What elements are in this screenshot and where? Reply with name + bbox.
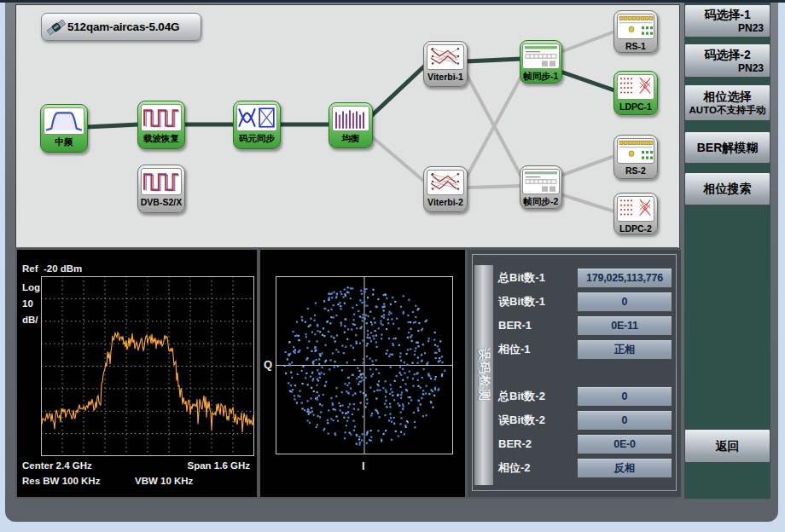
ber-2-label: BER-2 bbox=[498, 437, 577, 450]
link-viterbi2-frame2 bbox=[468, 186, 521, 188]
code-select-1-value: PN23 bbox=[685, 22, 770, 34]
error-bits-1-value: 0 bbox=[578, 292, 672, 311]
satellite-icon bbox=[45, 16, 67, 38]
total-bits-1-row: 总Bit数-1 179,025,113,776 bbox=[498, 269, 672, 286]
total-bits-2-value: 0 bbox=[578, 387, 672, 406]
block-frame2-label: 帧同步-2 bbox=[524, 196, 559, 207]
phase-select-label: 相位选择 bbox=[685, 90, 770, 104]
ber-deambiguity-label: BER解模糊 bbox=[685, 141, 770, 155]
block-viterbi1-label: Viterbi-1 bbox=[427, 72, 463, 83]
block-carrier-recovery[interactable]: 载波恢复 bbox=[137, 101, 185, 149]
error-bits-2-row: 误Bit数-2 0 bbox=[498, 411, 672, 429]
code-select-2-value: PN23 bbox=[685, 62, 770, 74]
tanner-graph-icon bbox=[617, 74, 654, 100]
constellation-panel: Q I bbox=[260, 250, 465, 497]
frame-structure-icon bbox=[522, 43, 560, 69]
frame-structure-icon bbox=[522, 169, 560, 194]
error-bits-2-value: 0 bbox=[578, 411, 672, 430]
ber-status-panel: 误码检测 总Bit数-1 179,025,113,776 误Bit数-1 0 B… bbox=[468, 250, 681, 497]
code-select-1-label: 码选择-1 bbox=[685, 8, 770, 22]
block-rs-2[interactable]: RS-2 bbox=[613, 135, 658, 179]
ber-1-value: 0E-11 bbox=[578, 316, 672, 335]
spectrum-trace-svg bbox=[41, 276, 254, 456]
phase-select-value: AUTO不支持手动 bbox=[685, 104, 770, 116]
block-rs-1[interactable]: RS-1 bbox=[613, 10, 658, 53]
link-frame1-ldpc1 bbox=[561, 72, 617, 91]
link-frame2-ldpc2 bbox=[561, 194, 617, 212]
ber-deambiguity-button[interactable]: BER解模糊 bbox=[684, 131, 770, 164]
ber-rows: 总Bit数-1 179,025,113,776 误Bit数-1 0 BER-1 … bbox=[498, 269, 672, 477]
code-select-2-label: 码选择-2 bbox=[685, 48, 770, 62]
instrument-screen: { "window": { "title": "512qam-aircas-5.… bbox=[0, 0, 785, 532]
ber-1-label: BER-1 bbox=[498, 319, 577, 332]
phase-1-label: 相位-1 bbox=[498, 342, 577, 357]
pulse-train-icon bbox=[141, 104, 182, 131]
block-ldpc-2[interactable]: LDPC-2 bbox=[613, 193, 658, 234]
back-button-label: 返回 bbox=[685, 439, 770, 454]
trellis-icon bbox=[427, 170, 464, 195]
eye-diagram-icon bbox=[236, 104, 277, 131]
scale-value: 10 bbox=[22, 298, 33, 309]
block-viterbi2-label: Viterbi-2 bbox=[427, 197, 463, 208]
error-detection-label: 误码检测 bbox=[476, 348, 491, 402]
vbw-label: VBW 10 KHz bbox=[135, 476, 193, 486]
spectrum-analyzer-panel: Ref -20 dBm Log 10 dB/ Center 2.4 GHz Sp… bbox=[17, 250, 257, 497]
signal-title-button[interactable]: 512qam-aircas-5.04G bbox=[41, 13, 201, 41]
group-spacer bbox=[498, 364, 672, 381]
block-viterbi-2[interactable]: Viterbi-2 bbox=[423, 166, 468, 212]
phase-1-value: 正相 bbox=[578, 340, 672, 359]
block-ldpc2-label: LDPC-2 bbox=[619, 223, 652, 234]
link-if-carrier bbox=[86, 124, 139, 127]
code-select-2-button[interactable]: 码选择-2 PN23 bbox=[684, 43, 770, 78]
trellis-icon bbox=[427, 44, 464, 70]
log-label: Log bbox=[22, 282, 40, 292]
constellation-svg bbox=[276, 276, 453, 454]
shift-register-icon bbox=[617, 14, 654, 39]
block-eq-label: 均衡 bbox=[342, 133, 360, 144]
link-eq-viterbi1 bbox=[369, 65, 426, 118]
link-eq-viterbi2 bbox=[369, 135, 427, 184]
shift-register-icon bbox=[617, 138, 654, 164]
block-ldpc1-label: LDPC-1 bbox=[619, 101, 652, 113]
block-dvb-s2x[interactable]: DVB-S2/X bbox=[137, 165, 185, 213]
block-viterbi-1[interactable]: Viterbi-1 bbox=[423, 41, 468, 87]
link-frame1-rs1 bbox=[561, 31, 617, 52]
phase-select-button[interactable]: 相位选择 AUTO不支持手动 bbox=[684, 84, 770, 121]
block-symbol-sync[interactable]: 码元同步 bbox=[233, 101, 281, 149]
block-if-label: 中频 bbox=[55, 136, 73, 147]
tanner-graph-icon bbox=[617, 196, 654, 222]
code-select-1-button[interactable]: 码选择-1 PN23 bbox=[684, 4, 770, 38]
bars-icon bbox=[332, 106, 369, 131]
phase-2-value: 反相 bbox=[578, 459, 672, 477]
total-bits-2-row: 总Bit数-2 0 bbox=[498, 387, 672, 405]
error-bits-1-row: 误Bit数-1 0 bbox=[498, 292, 672, 310]
ber-2-value: 0E-0 bbox=[578, 435, 672, 454]
block-equalizer[interactable]: 均衡 bbox=[329, 102, 373, 148]
phase-1-row: 相位-1 正相 bbox=[498, 340, 672, 358]
block-dvb-label: DVB-S2/X bbox=[141, 197, 182, 208]
scale-unit: dB/ bbox=[22, 315, 38, 325]
sidebar-menu: 码选择-1 PN23 码选择-2 PN23 相位选择 AUTO不支持手动 BER… bbox=[684, 3, 770, 499]
ref-level-label: Ref -20 dBm bbox=[22, 263, 82, 274]
rbw-label: Res BW 100 KHz bbox=[22, 476, 100, 486]
block-if[interactable]: 中频 bbox=[40, 104, 88, 153]
block-frame-sync-1[interactable]: 帧同步-1 bbox=[520, 40, 562, 84]
error-detection-strip: 误码检测 bbox=[474, 265, 493, 485]
pulse-train-icon bbox=[141, 168, 182, 195]
signal-chain-diagram: 中频 载波恢复 DVB-S2/X 码元同步 bbox=[15, 4, 680, 249]
link-viterbi1-frame1 bbox=[466, 59, 521, 61]
error-bits-2-label: 误Bit数-2 bbox=[498, 413, 577, 428]
signal-title-label: 512qam-aircas-5.04G bbox=[67, 20, 179, 33]
spectrum-plot bbox=[41, 276, 254, 456]
phase-2-label: 相位-2 bbox=[498, 460, 577, 476]
block-ldpc-1[interactable]: LDPC-1 bbox=[613, 71, 658, 115]
total-bits-2-label: 总Bit数-2 bbox=[498, 389, 577, 404]
back-button[interactable]: 返回 bbox=[684, 429, 770, 463]
phase-search-button[interactable]: 相位搜索 bbox=[684, 172, 770, 205]
block-frame1-label: 帧同步-1 bbox=[524, 71, 559, 82]
constellation-plot bbox=[276, 276, 453, 454]
phase-2-row: 相位-2 反相 bbox=[498, 459, 672, 477]
block-frame-sync-2[interactable]: 帧同步-2 bbox=[520, 165, 562, 209]
q-axis-label: Q bbox=[264, 358, 272, 371]
block-symbol-label: 码元同步 bbox=[239, 133, 275, 144]
